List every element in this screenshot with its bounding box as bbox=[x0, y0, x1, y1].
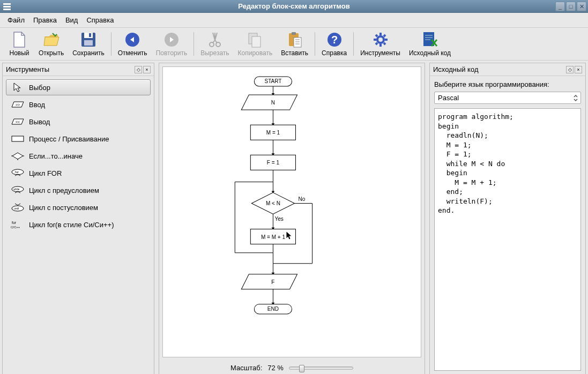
toolbar-separator bbox=[193, 32, 194, 56]
node-n: N bbox=[271, 100, 275, 106]
tool-process-label: Процесс / Присваивание bbox=[29, 135, 109, 143]
tool-select[interactable]: Выбор bbox=[6, 79, 151, 95]
zoom-bar: Масштаб: 72 % bbox=[159, 361, 425, 374]
tool-until-label: Цикл с постусловием bbox=[29, 204, 98, 212]
tool-input[interactable]: >> Ввод bbox=[6, 96, 151, 113]
panel-close-button[interactable]: × bbox=[575, 66, 582, 73]
while-loop-icon: while bbox=[11, 186, 25, 195]
window-titlebar: Редактор блок-схем алгоритмов _ □ ✕ bbox=[0, 0, 588, 13]
tool-process[interactable]: Процесс / Присваивание bbox=[6, 131, 151, 147]
tool-cfor[interactable]: forC/C++ Цикл for(в стиле Си/Си++) bbox=[6, 216, 151, 233]
zoom-value: 72 % bbox=[267, 364, 284, 372]
source-panel-title: Исходный код bbox=[433, 65, 479, 73]
canvas-panel: START N M = 1 F = 1 M < N No Yes bbox=[159, 63, 425, 374]
node-m1: M = 1 bbox=[266, 130, 280, 136]
source-code-icon bbox=[421, 31, 438, 48]
help-button[interactable]: ? Справка bbox=[317, 30, 351, 58]
source-panel-header: Исходный код ◇ × bbox=[430, 63, 585, 76]
svg-rect-5 bbox=[84, 40, 93, 46]
until-loop-icon: until bbox=[11, 203, 25, 212]
undo-button[interactable]: Отменить bbox=[114, 30, 152, 58]
help-label: Справка bbox=[322, 49, 347, 57]
minimize-button[interactable]: _ bbox=[555, 2, 565, 11]
rectangle-icon bbox=[11, 134, 25, 143]
tools-panel-title: Инструменты bbox=[6, 65, 49, 73]
panel-detach-button[interactable]: ◇ bbox=[135, 66, 142, 73]
svg-rect-15 bbox=[294, 38, 301, 47]
redo-label: Повторить bbox=[156, 49, 188, 57]
node-end: END bbox=[267, 306, 279, 312]
node-f: F bbox=[271, 279, 274, 285]
tool-while[interactable]: while Цикл с предусловием bbox=[6, 182, 151, 198]
undo-label: Отменить bbox=[118, 49, 147, 57]
menu-view[interactable]: Вид bbox=[62, 15, 81, 25]
tool-select-label: Выбор bbox=[29, 84, 50, 92]
toolbar: Новый Открыть Сохранить Отменить Повтори… bbox=[0, 28, 588, 61]
svg-rect-14 bbox=[292, 32, 296, 35]
copy-label: Копировать bbox=[238, 49, 273, 57]
label-yes: Yes bbox=[274, 216, 283, 222]
cut-button[interactable]: Вырезать bbox=[196, 30, 233, 58]
zoom-slider[interactable] bbox=[289, 366, 353, 370]
svg-rect-4 bbox=[84, 33, 93, 38]
svg-text:<<: << bbox=[16, 120, 20, 124]
save-button[interactable]: Сохранить bbox=[68, 30, 109, 58]
tool-until[interactable]: until Цикл с постусловием bbox=[6, 199, 151, 215]
save-label: Сохранить bbox=[72, 49, 105, 57]
menubar: Файл Правка Вид Справка bbox=[0, 13, 588, 28]
tool-for[interactable]: for Цикл FOR bbox=[6, 165, 151, 181]
redo-icon bbox=[163, 31, 180, 48]
menu-edit[interactable]: Правка bbox=[30, 15, 60, 25]
toolbar-separator bbox=[315, 32, 315, 56]
cursor-icon bbox=[11, 83, 25, 92]
scissors-icon bbox=[206, 31, 224, 48]
source-label: Исходный код bbox=[409, 49, 451, 57]
zoom-thumb[interactable] bbox=[299, 365, 304, 372]
new-button[interactable]: Новый bbox=[4, 30, 34, 58]
zoom-label: Масштаб: bbox=[230, 364, 262, 372]
lang-select[interactable]: Pascal bbox=[434, 92, 581, 104]
svg-rect-6 bbox=[89, 33, 91, 37]
tools-label: Инструменты bbox=[360, 49, 400, 57]
paste-icon bbox=[286, 31, 303, 48]
svg-text:for: for bbox=[15, 170, 19, 174]
tools-button[interactable]: Инструменты bbox=[356, 30, 405, 58]
new-file-icon bbox=[11, 31, 28, 48]
app-icon bbox=[2, 2, 12, 11]
redo-button[interactable]: Повторить bbox=[152, 30, 192, 58]
flowchart-canvas[interactable]: START N M = 1 F = 1 M < N No Yes bbox=[162, 66, 421, 357]
source-panel: Исходный код ◇ × Выберите язык программи… bbox=[429, 63, 586, 374]
svg-text:>>: >> bbox=[16, 103, 20, 107]
copy-button[interactable]: Копировать bbox=[234, 30, 277, 58]
lang-select-label: Выберите язык программирования: bbox=[434, 80, 581, 88]
source-button[interactable]: Исходный код bbox=[405, 30, 455, 58]
tool-ifelse[interactable]: Если...то...иначе bbox=[6, 148, 151, 164]
paste-button[interactable]: Вставить bbox=[277, 30, 312, 58]
panel-detach-button[interactable]: ◇ bbox=[566, 66, 574, 73]
label-no: No bbox=[299, 196, 306, 202]
menu-file[interactable]: Файл bbox=[4, 15, 28, 25]
help-icon: ? bbox=[326, 31, 343, 48]
panel-close-button[interactable]: × bbox=[143, 66, 151, 73]
close-button[interactable]: ✕ bbox=[577, 2, 586, 11]
svg-rect-23 bbox=[12, 136, 24, 141]
tool-for-label: Цикл FOR bbox=[29, 169, 62, 177]
open-button[interactable]: Открыть bbox=[34, 30, 68, 58]
tool-input-label: Ввод bbox=[29, 101, 45, 109]
open-folder-icon bbox=[43, 31, 60, 48]
toolbar-separator bbox=[353, 32, 354, 56]
source-code-view[interactable]: program algorithm; begin readln(N); M = … bbox=[434, 108, 581, 371]
new-label: Новый bbox=[9, 49, 29, 57]
diamond-icon bbox=[11, 152, 25, 160]
tools-panel-header: Инструменты ◇ × bbox=[3, 63, 154, 76]
maximize-button[interactable]: □ bbox=[566, 2, 576, 11]
menu-help[interactable]: Справка bbox=[83, 15, 117, 25]
parallelogram-in-icon: >> bbox=[11, 100, 25, 109]
cfor-loop-icon: forC/C++ bbox=[11, 220, 25, 229]
tool-output[interactable]: << Вывод bbox=[6, 114, 151, 130]
gear-icon bbox=[372, 31, 389, 48]
save-disk-icon bbox=[80, 31, 97, 48]
toolbar-separator bbox=[111, 32, 111, 56]
svg-text:while: while bbox=[13, 188, 20, 191]
open-label: Открыть bbox=[39, 49, 64, 57]
